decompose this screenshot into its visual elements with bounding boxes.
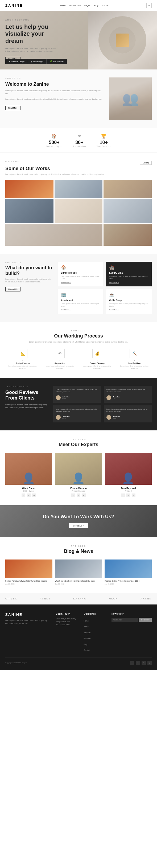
build-card-house: 🏠 Simple House Lorem ipsum dolor sit ame…: [58, 262, 103, 286]
testimonial-card-1: Lorem ipsum dolor sit amet, consectetur …: [53, 386, 101, 403]
step-1-text: Lorem ipsum dolor sit amet, consectetur …: [5, 365, 40, 370]
build-card-coffee-title: Coffe Shop: [109, 299, 149, 302]
footer-email: info@zanine.com: [56, 621, 78, 623]
testimonial-2-text: Lorem ipsum dolor sit amet, consectetur …: [106, 389, 149, 393]
team-section: THE TEAM Meet Our Experts 👤 Clark Steve …: [0, 430, 157, 505]
step-2-text: Lorem ipsum dolor sit amet, consectetur …: [42, 365, 77, 370]
hero-tag: ARCHITECTURE: [5, 19, 59, 21]
stat-experience: 🏆 10+ Years Experience: [96, 134, 111, 147]
footer-description: Lorem ipsum dolor sit amet, consectetur …: [5, 619, 50, 625]
stat-experience-number: 10+: [96, 140, 111, 145]
newsletter-email-input[interactable]: [112, 618, 138, 622]
process-section: PROCESS Our Working Process Lorem ipsum …: [0, 322, 157, 378]
process-title: Our Working Process: [5, 333, 152, 339]
process-step-1: 📐 1 Design Process Lorem ipsum dolor sit…: [5, 349, 40, 370]
newsletter-subscribe-button[interactable]: Subscribe: [139, 618, 152, 622]
build-card-house-title: Simple House: [61, 272, 100, 274]
navbar: ZANINE Home Architecture Pages Blog Cont…: [0, 0, 157, 11]
gallery-item-2: [55, 180, 103, 198]
footer-link-about[interactable]: About: [84, 626, 88, 628]
blog-post-2-image: [55, 559, 102, 578]
process-steps: 📐 1 Design Process Lorem ipsum dolor sit…: [5, 349, 152, 370]
blog-post-1-date: Jun 20, 2022: [5, 583, 53, 585]
footer: ZANINE Lorem ipsum dolor sit amet, conse…: [0, 604, 157, 670]
build-card-apartment-title: Apartment: [61, 299, 100, 302]
emma-linkedin-icon[interactable]: in: [82, 494, 86, 497]
step-4-num: 4: [117, 360, 152, 362]
footer-facebook-icon[interactable]: f: [130, 661, 134, 665]
footer-youtube-icon[interactable]: y: [148, 661, 152, 665]
build-card-villa-title: Luxury Villa: [109, 272, 149, 274]
testimonial-4-name: John Doe: [113, 416, 120, 417]
footer-social-icons: f t in y: [130, 661, 152, 665]
nav-link-architecture[interactable]: Architecture: [69, 4, 81, 7]
footer-link-blog[interactable]: Blog: [84, 643, 87, 645]
clark-facebook-icon[interactable]: f: [22, 494, 25, 497]
testimonial-3-avatar: [56, 415, 61, 420]
emma-twitter-icon[interactable]: t: [76, 494, 81, 497]
testimonial-2-avatar: [106, 395, 111, 400]
footer-link-contact[interactable]: Contact: [84, 649, 90, 651]
villa-icon: 🏰: [109, 265, 149, 270]
build-card-apartment-btn[interactable]: Read More →: [61, 309, 100, 311]
blog-post-3-date: Jun 20, 2022: [104, 583, 152, 585]
footer-brand: ZANINE Lorem ipsum dolor sit amet, conse…: [5, 613, 50, 652]
team-tag: THE TEAM: [5, 438, 152, 440]
creative-icon: ✦: [8, 60, 10, 63]
about-section: ABOUT US Welcome to Zanine Lorem ipsum d…: [0, 69, 157, 128]
stat-projects-number: 500+: [46, 140, 62, 145]
testimonial-2-role: CEO: [113, 398, 120, 399]
build-card-coffee-btn[interactable]: Read More →: [109, 309, 149, 311]
build-card-house-btn[interactable]: Read More →: [61, 282, 100, 283]
build-card-coffee: ☕ Coffe Shop Lorem ipsum dolor sit amet,…: [106, 289, 152, 314]
footer-link-portfolio[interactable]: Portfolio: [84, 638, 91, 639]
nav-link-contact[interactable]: Contact: [102, 4, 109, 7]
nav-link-home[interactable]: Home: [60, 4, 65, 7]
footer-contact-title: Get In Touch: [56, 613, 78, 615]
clark-twitter-icon[interactable]: t: [27, 494, 31, 497]
tom-twitter-icon[interactable]: t: [126, 494, 130, 497]
house-icon: 🏠: [61, 265, 100, 270]
emma-facebook-icon[interactable]: f: [71, 494, 75, 497]
hero-badge-creative: ✦ Creative Design: [5, 59, 28, 64]
cta-contact-button[interactable]: Contact Us >: [69, 523, 88, 528]
works-text: Lorem ipsum dolor sit amet, consectetur …: [5, 173, 152, 176]
about-read-more-button[interactable]: Read More: [5, 106, 21, 110]
emma-socials: f t in: [55, 494, 102, 497]
clark-linkedin-icon[interactable]: in: [32, 494, 36, 497]
nav-link-blog[interactable]: Blog: [94, 4, 98, 7]
clark-photo: 👤: [5, 453, 52, 485]
footer-twitter-icon[interactable]: t: [136, 661, 140, 665]
nav-logo: ZANINE: [5, 3, 23, 7]
tom-facebook-icon[interactable]: f: [121, 494, 125, 497]
build-card-house-text: Lorem ipsum dolor sit amet, consectetur …: [61, 275, 100, 280]
build-card-apartment: 🏢 Apartment Lorem ipsum dolor sit amet, …: [58, 289, 103, 314]
footer-link-home[interactable]: Home: [84, 620, 89, 622]
about-title: Welcome to Zanine: [5, 82, 104, 87]
newsletter-form: Subscribe: [112, 618, 152, 622]
hero-badges: ✦ Creative Design $ Low Budget 🌿 Eco Fri…: [5, 59, 67, 64]
testimonial-4-reviewer: John Doe CEO: [106, 415, 149, 420]
blog-post-3-image: [104, 559, 152, 578]
stat-experience-label: Years Experience: [96, 145, 111, 147]
completed-projects-icon: 🏠: [46, 134, 62, 139]
works-gallery-button[interactable]: Gallery: [140, 161, 152, 165]
nav-link-pages[interactable]: Pages: [84, 4, 91, 7]
gallery-item-3: [103, 180, 152, 198]
works-section: GALLERY Gallery Some of Our Works Lorem …: [0, 153, 157, 254]
search-icon[interactable]: ⌕: [146, 3, 152, 8]
stats-section: 🏠 500+ Completed Projects ❤ 30+ Team Mem…: [0, 128, 157, 153]
footer-contact-info: 123 Street, City, Country info@zanine.co…: [56, 618, 78, 625]
footer-link-services[interactable]: Services: [84, 632, 91, 633]
testimonial-4-text: Lorem ipsum dolor sit amet, consectetur …: [106, 408, 149, 413]
blog-post-1-text: Former Parisian railway station turned i…: [5, 580, 53, 582]
tom-linkedin-icon[interactable]: in: [132, 494, 135, 497]
about-text-2: Lorem ipsum dolor sit amet consectetur a…: [5, 98, 104, 101]
footer-copyright: Copyright © 2022 ABC Project: [5, 662, 27, 663]
build-contact-button[interactable]: Contact Us: [5, 287, 21, 291]
build-card-villa-btn[interactable]: Read More →: [109, 282, 149, 283]
footer-linkedin-icon[interactable]: in: [142, 661, 146, 665]
works-title: Some of Our Works: [5, 166, 152, 172]
experience-icon: 🏆: [96, 134, 111, 139]
tom-name: Tom Reynold: [105, 487, 152, 490]
